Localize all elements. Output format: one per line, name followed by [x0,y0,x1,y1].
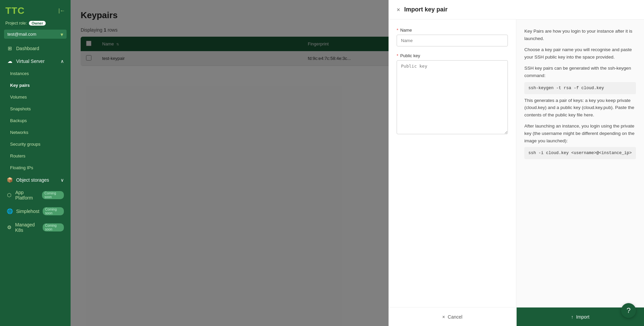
server-icon: ☁ [7,58,13,64]
security-groups-label: Security groups [10,142,40,147]
modal-overlay: × Import key pair * Name * P [71,0,644,326]
virtual-server-label: Virtual Server [16,59,45,64]
instances-label: Instances [10,71,29,76]
simplehost-icon: 🌐 [7,208,13,214]
object-storages-label: Object storages [16,177,49,183]
modal-spacer [71,0,389,326]
modal-title: Import key pair [404,6,448,13]
import-icon: ↑ [571,314,573,320]
sidebar-item-floating-ips[interactable]: Floating IPs [0,162,71,174]
help-intro: Key Pairs are how you login to your inst… [524,28,636,42]
help-generate: SSH key pairs can be generated with the … [524,65,636,79]
name-label-text: Name [400,28,412,33]
dashboard-icon: ⊞ [7,45,13,51]
sidebar-item-key-pairs[interactable]: Key pairs [0,79,71,91]
help-keygen-cmd: ssh-keygen -t rsa -f cloud.key [524,82,636,94]
snapshots-label: Snapshots [10,106,31,111]
sidebar-item-label: Dashboard [16,46,39,51]
modal-panel: × Import key pair * Name * P [389,0,644,326]
app-platform-label: App Platform [15,190,39,201]
help-generates-desc: This generates a pair of keys: a key you… [524,97,636,119]
public-key-label-text: Public key [400,53,420,58]
chevron-icon: ∧ [61,59,64,64]
sidebar-item-simplehost[interactable]: 🌐 Simplehost Coming soon [0,204,71,219]
help-after-launch: After launching an instance, you login u… [524,122,636,144]
floating-ips-label: Floating IPs [10,165,33,170]
simplehost-badge: Coming soon [43,207,64,215]
simplehost-label: Simplehost [16,209,39,214]
sidebar-item-volumes[interactable]: Volumes [0,91,71,103]
project-role-area: Project role: Owner [0,19,71,28]
help-choose: Choose a key pair name you will recognis… [524,46,636,61]
help-icon: ? [627,306,631,315]
managed-k8s-label: Managed K8s [15,222,39,233]
cancel-icon: × [442,314,445,320]
cancel-button[interactable]: × Cancel [389,307,517,326]
role-badge: Owner [29,21,46,26]
managed-k8s-badge: Coming soon [43,223,64,231]
backups-label: Backups [10,118,27,123]
public-key-field: * Public key [397,53,508,136]
project-role-label: Project role: [5,21,27,26]
key-pairs-label: Key pairs [10,83,30,88]
modal-body: * Name * Public key Key Pairs ar [389,20,644,307]
app-platform-icon: ⬡ [7,192,12,198]
sidebar-item-backups[interactable]: Backups [0,115,71,126]
sidebar-collapse-button[interactable]: |← [58,8,65,14]
sidebar-item-managed-k8s[interactable]: ⚙ Managed K8s Coming soon [0,219,71,236]
storage-icon: 📦 [7,177,13,183]
help-button[interactable]: ? [621,303,636,318]
account-select[interactable]: test@mail.com [4,30,67,39]
sidebar-item-security-groups[interactable]: Security groups [0,138,71,150]
public-key-required: * [397,53,398,58]
cancel-label: Cancel [448,314,462,320]
sidebar-item-app-platform[interactable]: ⬡ App Platform Coming soon [0,186,71,204]
import-label: Import [576,314,590,320]
modal-header: × Import key pair [389,0,644,20]
sidebar-item-networks[interactable]: Networks [0,126,71,138]
sidebar-section-virtual-server[interactable]: ☁ Virtual Server ∧ [0,55,71,68]
modal-close-button[interactable]: × [397,7,400,13]
modal-footer: × Cancel ↑ Import [389,307,644,326]
networks-label: Networks [10,130,28,135]
sidebar-item-snapshots[interactable]: Snapshots [0,103,71,115]
chevron-down-icon: ∨ [61,177,64,183]
modal-form: * Name * Public key [389,20,516,307]
sidebar-item-instances[interactable]: Instances [0,68,71,79]
name-input[interactable] [397,35,508,46]
name-label: * Name [397,28,508,33]
k8s-icon: ⚙ [7,224,12,230]
routers-label: Routers [10,153,26,158]
sidebar-item-routers[interactable]: Routers [0,150,71,162]
main-content: Keypairs Displaying 1 rows Name ⇅ Finger… [71,0,644,326]
virtual-server-submenu: Instances Key pairs Volumes Snapshots Ba… [0,68,71,174]
name-required: * [397,28,398,33]
name-field: * Name [397,28,508,46]
help-ssh-cmd: ssh -i cloud.key <username>@<instance_ip… [524,147,636,159]
account-select-wrap[interactable]: test@mail.com [4,30,67,39]
modal-help: Key Pairs are how you login to your inst… [516,20,644,307]
sidebar: TTC |← Project role: Owner test@mail.com… [0,0,71,326]
volumes-label: Volumes [10,95,27,100]
logo: TTC [5,5,25,16]
sidebar-item-dashboard[interactable]: ⊞ Dashboard [0,42,71,55]
app-platform-badge: Coming soon [42,191,64,199]
public-key-input[interactable] [397,60,508,134]
sidebar-section-object-storages[interactable]: 📦 Object storages ∨ [0,174,71,186]
sidebar-logo-area: TTC |← [0,0,71,19]
public-key-label: * Public key [397,53,508,58]
